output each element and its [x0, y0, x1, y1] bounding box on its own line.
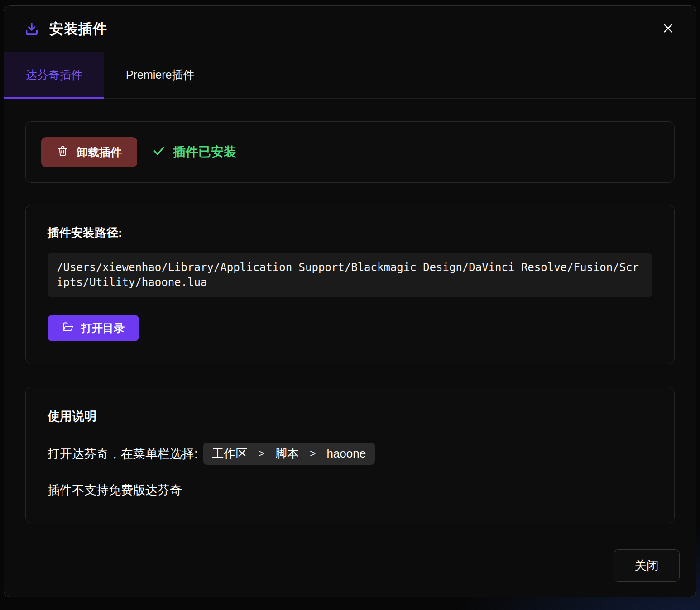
uninstall-plugin-button[interactable]: 卸载插件: [41, 137, 137, 167]
breadcrumb-item-haoone: haoone: [326, 447, 366, 461]
usage-note: 插件不支持免费版达芬奇: [48, 482, 652, 498]
plugin-installed-text: 插件已安装: [173, 143, 236, 161]
menu-breadcrumb: 工作区 > 脚本 > haoone: [203, 443, 375, 465]
tab-davinci-plugin[interactable]: 达芬奇插件: [4, 52, 104, 99]
install-path-label: 插件安装路径:: [48, 225, 652, 241]
folder-open-icon: [62, 321, 74, 335]
uninstall-plugin-label: 卸载插件: [77, 145, 122, 160]
usage-card: 使用说明 打开达芬奇，在菜单栏选择: 工作区 > 脚本 > haoone 插件不…: [25, 387, 675, 523]
chevron-right-separator: >: [310, 448, 316, 460]
breadcrumb-item-workspace: 工作区: [212, 446, 248, 462]
trash-icon: [57, 145, 69, 160]
open-directory-button[interactable]: 打开目录: [48, 315, 139, 341]
chevron-right-separator: >: [259, 448, 264, 460]
open-directory-label: 打开目录: [81, 321, 125, 335]
breadcrumb-item-scripts: 脚本: [275, 446, 299, 462]
usage-instruction-prefix: 打开达芬奇，在菜单栏选择:: [48, 446, 198, 462]
modal-title: 安装插件: [49, 19, 107, 38]
install-path-card: 插件安装路径: /Users/xiewenhao/Library/Applica…: [25, 205, 675, 364]
install-plugin-modal: 安装插件 达芬奇插件 Premiere插件: [4, 5, 696, 597]
close-button[interactable]: [659, 20, 677, 38]
tab-bar: 达芬奇插件 Premiere插件: [4, 52, 696, 99]
check-icon: [152, 143, 166, 161]
modal-header: 安装插件: [4, 6, 696, 52]
modal-content: 卸载插件 插件已安装 插件安装路径: /Users/xiewenhao/Libr…: [4, 99, 696, 534]
install-path-value: /Users/xiewenhao/Library/Application Sup…: [48, 253, 652, 297]
modal-footer: 关闭: [4, 534, 696, 597]
install-status-card: 卸载插件 插件已安装: [25, 121, 675, 183]
download-icon: [24, 21, 39, 37]
plugin-installed-status: 插件已安装: [152, 143, 236, 161]
usage-title: 使用说明: [48, 408, 652, 424]
close-icon: [662, 22, 674, 36]
usage-instruction: 打开达芬奇，在菜单栏选择: 工作区 > 脚本 > haoone: [48, 443, 652, 465]
tab-premiere-plugin[interactable]: Premiere插件: [104, 52, 216, 99]
footer-close-button[interactable]: 关闭: [614, 549, 680, 582]
